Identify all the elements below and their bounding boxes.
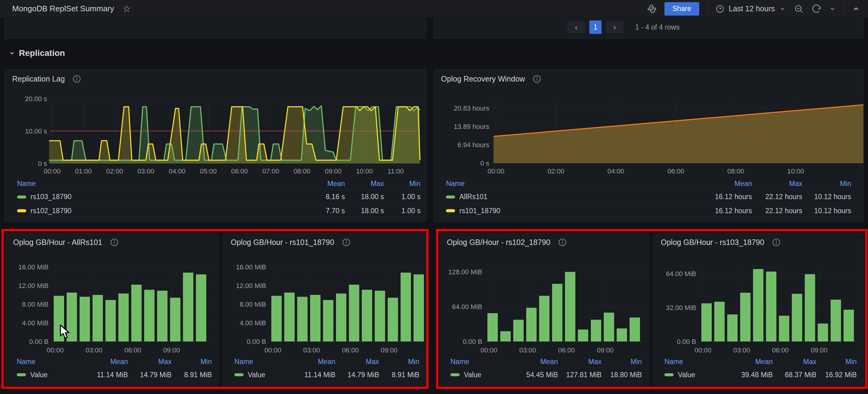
bar[interactable] (349, 285, 359, 341)
legend-header-min[interactable]: Min (802, 179, 851, 188)
bar[interactable] (388, 298, 398, 341)
series-name[interactable]: Value (248, 371, 265, 379)
bar[interactable] (779, 316, 789, 341)
bar[interactable] (617, 328, 627, 341)
info-icon[interactable] (73, 75, 81, 83)
legend-row[interactable]: AllRs101 16.12 hours 22.12 hours 10.12 h… (446, 190, 851, 204)
bar[interactable] (792, 294, 802, 341)
bar[interactable] (604, 313, 614, 341)
refresh-interval-chevron-icon[interactable] (829, 5, 836, 12)
legend-header-max[interactable]: Max (128, 358, 172, 366)
bar[interactable] (92, 295, 103, 342)
bar[interactable] (513, 320, 524, 341)
bar[interactable] (105, 300, 116, 341)
legend-row[interactable]: Value39.48 MiB68.37 MiB16.92 MiB (664, 368, 857, 382)
legend-row[interactable]: rs103_18790 8.16 s 18.00 s 1.00 s (17, 190, 421, 204)
page-1-button[interactable]: 1 (589, 21, 601, 34)
bar[interactable] (336, 293, 346, 341)
legend-header-min[interactable]: Min (384, 179, 421, 188)
series-name[interactable]: Value (464, 371, 481, 379)
bar[interactable] (323, 300, 333, 341)
bar[interactable] (196, 274, 206, 341)
bar[interactable] (131, 285, 142, 341)
series-name[interactable]: rs102_18790 (31, 207, 71, 215)
bar[interactable] (630, 318, 640, 341)
bar[interactable] (831, 300, 841, 341)
legend-header-mean[interactable]: Mean (512, 358, 558, 366)
bar[interactable] (271, 296, 282, 342)
bar[interactable] (297, 297, 308, 341)
info-icon[interactable] (342, 238, 350, 247)
bar[interactable] (753, 269, 763, 341)
bar[interactable] (591, 320, 601, 341)
bar[interactable] (170, 298, 180, 341)
legend-header-min[interactable]: Min (816, 358, 857, 366)
legend-row[interactable]: Value11.14 MiB14.79 MiB8.91 MiB (17, 368, 212, 382)
legend-header-name[interactable]: Name (17, 179, 287, 188)
share-button[interactable]: Share (664, 2, 699, 16)
bar[interactable] (818, 323, 828, 341)
legend-header-name[interactable]: Name (17, 358, 82, 366)
info-icon[interactable] (533, 75, 541, 83)
legend-header-mean[interactable]: Mean (82, 358, 128, 366)
bar[interactable] (284, 292, 294, 341)
bar[interactable] (375, 291, 385, 341)
bar[interactable] (526, 308, 536, 341)
collapse-up-icon[interactable] (852, 5, 860, 13)
bar[interactable] (565, 272, 575, 341)
bar[interactable] (539, 296, 549, 341)
info-icon[interactable] (110, 238, 118, 247)
legend-row[interactable]: rs101_18790 16.12 hours 22.12 hours 10.1… (446, 204, 851, 218)
bar[interactable] (401, 273, 411, 342)
settings-gear-icon[interactable] (647, 4, 656, 13)
bar[interactable] (362, 290, 372, 341)
bar[interactable] (118, 293, 129, 341)
bar[interactable] (413, 274, 424, 341)
legend-header-name[interactable]: Name (235, 358, 290, 366)
bar[interactable] (714, 302, 724, 341)
legend-row[interactable]: Value54.45 MiB127.81 MiB18.80 MiB (451, 368, 642, 382)
bar[interactable] (844, 310, 854, 341)
legend-header-min[interactable]: Min (601, 358, 642, 366)
legend-header-name[interactable]: Name (446, 179, 691, 188)
bar[interactable] (144, 290, 154, 341)
legend-header-max[interactable]: Max (773, 358, 816, 366)
series-name[interactable]: Value (30, 371, 48, 379)
legend-header-max[interactable]: Max (752, 179, 802, 188)
series-name[interactable]: rs103_18790 (31, 193, 71, 201)
bar[interactable] (701, 303, 712, 341)
bar[interactable] (500, 331, 510, 342)
legend-header-name[interactable]: Name (664, 358, 727, 366)
series-name[interactable]: Value (678, 371, 695, 379)
refresh-icon[interactable] (811, 4, 821, 14)
legend-header-mean[interactable]: Mean (727, 358, 773, 366)
zoom-out-icon[interactable] (794, 4, 804, 14)
series-name[interactable]: rs101_18790 (459, 207, 500, 215)
legend-header-mean[interactable]: Mean (290, 358, 335, 366)
legend-header-mean[interactable]: Mean (691, 179, 752, 188)
info-icon[interactable] (558, 238, 566, 247)
bar[interactable] (310, 295, 320, 342)
legend-header-max[interactable]: Max (345, 179, 384, 188)
favorite-star-icon[interactable]: ☆ (123, 4, 131, 13)
bar[interactable] (727, 315, 738, 342)
bar[interactable] (805, 274, 815, 341)
info-icon[interactable] (772, 238, 780, 247)
bar[interactable] (766, 272, 776, 341)
bar[interactable] (80, 297, 90, 341)
bar[interactable] (578, 330, 588, 341)
prev-page-button[interactable]: ‹ (567, 21, 585, 33)
bar[interactable] (740, 292, 750, 341)
bar[interactable] (157, 291, 167, 341)
time-range-picker[interactable]: Last 12 hours (715, 4, 786, 13)
bar[interactable] (183, 273, 193, 342)
section-row-replication[interactable]: Replication (8, 48, 65, 58)
legend-row[interactable]: rs102_18790 7.70 s 18.00 s 1.00 s (17, 204, 421, 218)
bar[interactable] (488, 313, 498, 341)
legend-header-mean[interactable]: Mean (287, 179, 345, 188)
legend-header-min[interactable]: Min (379, 358, 420, 366)
next-page-button[interactable]: › (606, 21, 623, 33)
legend-header-max[interactable]: Max (335, 358, 379, 366)
legend-header-name[interactable]: Name (451, 358, 512, 366)
legend-header-max[interactable]: Max (558, 358, 601, 366)
